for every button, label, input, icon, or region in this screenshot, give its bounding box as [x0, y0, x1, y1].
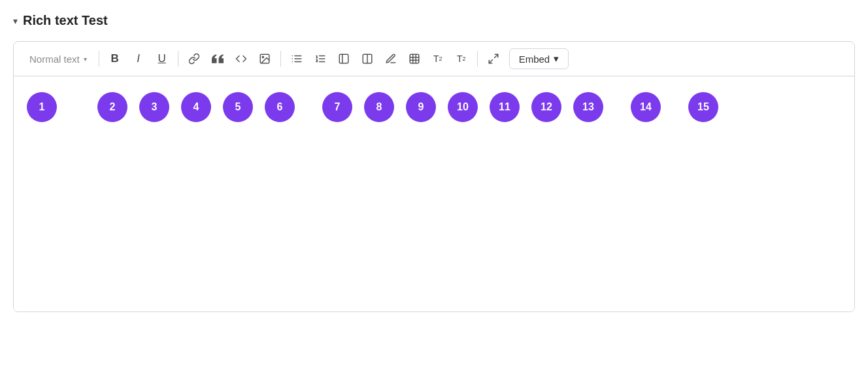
pen-button[interactable]	[380, 48, 401, 69]
circle-14: 14	[631, 92, 661, 122]
editor-body[interactable]: 123456789101112131415	[14, 76, 854, 311]
chevron-down-icon[interactable]: ▾	[13, 16, 18, 26]
circle-2: 2	[97, 92, 127, 122]
embed-button[interactable]: Embed ▾	[509, 48, 569, 69]
separator-2	[178, 51, 178, 67]
superscript-button[interactable]: T2	[451, 48, 472, 69]
circle-15: 15	[688, 92, 718, 122]
page-title: Rich text Test	[23, 13, 108, 28]
circle-12: 12	[531, 92, 561, 122]
circle-8: 8	[364, 92, 394, 122]
circle-9: 9	[406, 92, 436, 122]
quote-button[interactable]	[207, 48, 228, 69]
svg-line-20	[489, 60, 492, 63]
text-style-label: Normal text	[29, 54, 80, 65]
text-style-dropdown[interactable]: Normal text ▾	[23, 50, 93, 69]
toolbar: Normal text ▾ B I U	[14, 42, 854, 76]
separator-1	[99, 51, 99, 67]
svg-line-19	[494, 54, 497, 57]
code-button[interactable]	[231, 48, 252, 69]
circle-1: 1	[27, 92, 57, 122]
numbered-circles: 123456789101112131415	[27, 89, 718, 122]
link-button[interactable]	[184, 48, 205, 69]
page-title-row: ▾ Rich text Test	[13, 13, 855, 28]
text-style-arrow: ▾	[84, 56, 87, 63]
circle-5: 5	[223, 92, 253, 122]
underline-button[interactable]: U	[152, 48, 173, 69]
bullet-list-button[interactable]	[286, 48, 307, 69]
table-button[interactable]	[404, 48, 425, 69]
fullscreen-button[interactable]	[483, 48, 504, 69]
svg-rect-11	[339, 54, 348, 63]
block-button[interactable]	[333, 48, 354, 69]
separator-4	[477, 51, 478, 67]
embed-label: Embed	[519, 54, 550, 65]
circle-6: 6	[265, 92, 295, 122]
embed-arrow: ▾	[554, 53, 559, 65]
image-button[interactable]	[254, 48, 275, 69]
circle-3: 3	[139, 92, 169, 122]
subscript-button[interactable]: T2	[427, 48, 448, 69]
circle-11: 11	[490, 92, 520, 122]
svg-rect-14	[410, 54, 419, 63]
columns-button[interactable]	[357, 48, 378, 69]
ordered-list-button[interactable]	[310, 48, 331, 69]
svg-point-1	[262, 56, 263, 57]
circle-10: 10	[448, 92, 478, 122]
editor-container: Normal text ▾ B I U	[13, 41, 855, 312]
circle-4: 4	[181, 92, 211, 122]
bold-button[interactable]: B	[105, 48, 125, 69]
circle-13: 13	[573, 92, 603, 122]
italic-button[interactable]: I	[128, 48, 149, 69]
separator-3	[280, 51, 281, 67]
circle-7: 7	[322, 92, 352, 122]
